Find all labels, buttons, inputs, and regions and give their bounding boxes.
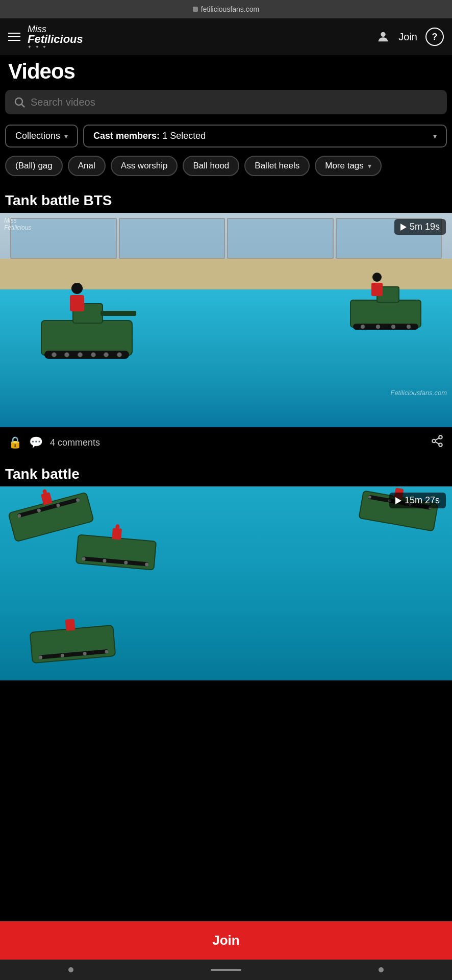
collections-filter[interactable]: Collections ▾ xyxy=(5,125,78,148)
more-tags-chevron: ▾ xyxy=(368,162,371,170)
svg-point-0 xyxy=(381,32,386,37)
svg-point-5 xyxy=(439,443,442,447)
tags-row: (Ball) gag Anal Ass worship Ball hood Ba… xyxy=(0,156,452,184)
header-right: Join ? xyxy=(376,28,444,46)
browser-bar: fetiliciousfans.com xyxy=(0,0,452,18)
lock-icon-bts: 🔒 xyxy=(8,436,22,449)
more-tags-label: More tags xyxy=(325,161,364,171)
logo-miss: Miss xyxy=(28,24,46,34)
search-icon xyxy=(13,96,26,108)
tag-ballet-heels[interactable]: Ballet heels xyxy=(244,156,310,176)
nav-dot-2 xyxy=(379,967,384,972)
pool-deck xyxy=(0,259,452,289)
video-title-tank: Tank battle xyxy=(0,458,452,486)
header-left: Miss Fetilicious ✦ ✦ ✦ xyxy=(8,24,83,50)
tank-aerial-2 xyxy=(77,537,156,567)
hamburger-line-1 xyxy=(8,33,20,34)
tag-more-tags[interactable]: More tags ▾ xyxy=(315,156,382,176)
video-title-bts: Tank battle BTS xyxy=(0,184,452,213)
collections-label: Collections xyxy=(15,131,60,141)
user-icon[interactable] xyxy=(376,30,390,44)
svg-point-4 xyxy=(432,439,436,443)
hamburger-line-2 xyxy=(8,36,20,37)
play-icon-bts xyxy=(400,224,407,231)
cast-chevron: ▾ xyxy=(433,132,437,140)
favicon-icon xyxy=(193,7,198,12)
nav-bar-line[interactable] xyxy=(211,969,241,971)
svg-line-2 xyxy=(22,105,25,108)
comment-icon-bts[interactable]: 💬 xyxy=(29,436,43,449)
svg-point-1 xyxy=(15,98,22,105)
cast-label-bold: Cast members: xyxy=(93,131,160,141)
filter-row: Collections ▾ Cast members: 1 Selected ▾ xyxy=(0,125,452,156)
logo-fetilicious: Fetilicious xyxy=(28,34,83,45)
join-button-header[interactable]: Join xyxy=(398,31,417,43)
duration-badge-tank: 15m 27s xyxy=(389,493,446,508)
pool-water xyxy=(0,289,452,427)
svg-line-7 xyxy=(435,438,439,440)
logo-ornament: ✦ ✦ ✦ xyxy=(28,45,47,50)
cast-label-text: Cast members: 1 Selected xyxy=(93,131,206,141)
tag-ball-hood[interactable]: Ball hood xyxy=(183,156,239,176)
pool-scene-tank: 15m 27s xyxy=(0,486,452,680)
bottom-nav xyxy=(0,960,452,980)
video-thumb-bts[interactable]: MissFetilicious 5m 19s Fetiliciousfans.c… xyxy=(0,213,452,458)
cast-members-filter[interactable]: Cast members: 1 Selected ▾ xyxy=(83,125,447,148)
collections-chevron: ▾ xyxy=(64,132,68,140)
page-title: Videos xyxy=(0,55,452,90)
video-thumb-tank[interactable]: 15m 27s xyxy=(0,486,452,680)
search-bar xyxy=(5,90,447,114)
video-section-tank: Tank battle xyxy=(0,458,452,680)
share-icon-bts[interactable] xyxy=(431,434,444,451)
header: Miss Fetilicious ✦ ✦ ✦ Join ? xyxy=(0,18,452,55)
browser-url: fetiliciousfans.com xyxy=(201,5,259,13)
tag-ball-gag[interactable]: (Ball) gag xyxy=(5,156,63,176)
play-icon-tank xyxy=(395,497,401,504)
duration-badge-bts: 5m 19s xyxy=(394,219,446,235)
video-footer-left: 🔒 💬 4 comments xyxy=(8,436,100,449)
tag-ass-worship[interactable]: Ass worship xyxy=(111,156,178,176)
help-button[interactable]: ? xyxy=(425,28,444,46)
join-bar[interactable]: Join xyxy=(0,921,452,960)
tank-aerial-4 xyxy=(31,628,115,660)
tag-anal[interactable]: Anal xyxy=(68,156,106,176)
logo[interactable]: Miss Fetilicious ✦ ✦ ✦ xyxy=(28,24,83,50)
watermark-bts: Fetiliciousfans.com xyxy=(390,389,447,397)
tank-aerial-1 xyxy=(10,502,92,532)
hamburger-line-3 xyxy=(8,40,20,41)
hamburger-menu[interactable] xyxy=(8,33,20,41)
tank-2 xyxy=(350,300,421,328)
duration-text-tank: 15m 27s xyxy=(405,495,440,506)
duration-text-bts: 5m 19s xyxy=(410,222,440,232)
svg-line-6 xyxy=(435,442,439,444)
nav-dot-1 xyxy=(68,967,73,972)
video-logo-overlay: MissFetilicious xyxy=(4,217,31,232)
svg-point-3 xyxy=(439,435,442,439)
tank-1 xyxy=(41,320,133,356)
pool-windows xyxy=(0,218,452,259)
comments-count-bts[interactable]: 4 comments xyxy=(50,437,100,448)
search-input[interactable] xyxy=(31,96,439,108)
video-footer-bts: 🔒 💬 4 comments xyxy=(0,427,452,458)
cast-selected-count: 1 Selected xyxy=(162,131,206,141)
pool-scene-bts: MissFetilicious 5m 19s Fetiliciousfans.c… xyxy=(0,213,452,427)
video-section-bts: Tank battle BTS xyxy=(0,184,452,458)
